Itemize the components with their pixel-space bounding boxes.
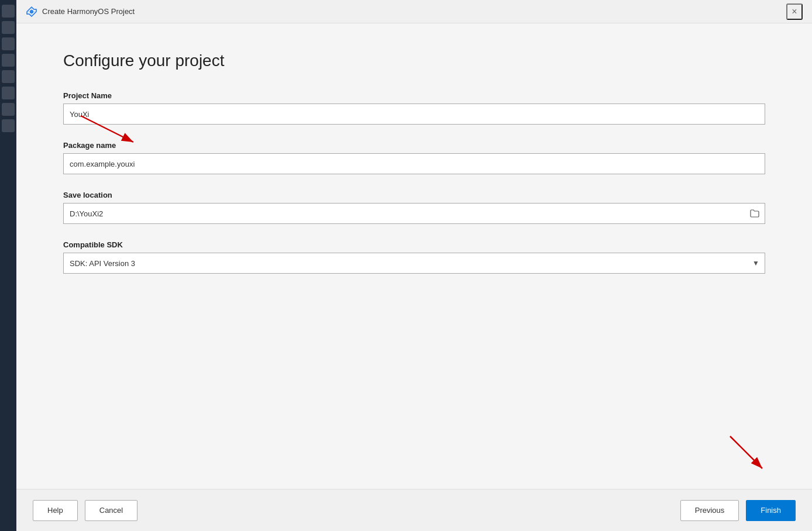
browse-folder-icon[interactable] [749, 208, 761, 219]
cancel-button[interactable]: Cancel [85, 500, 137, 521]
compatible-sdk-label: Compatible SDK [63, 240, 765, 249]
taskbar-icon-2 [2, 21, 15, 34]
dialog-content: Configure your project Project Name Pack… [16, 23, 812, 489]
project-name-input[interactable] [63, 104, 765, 125]
package-name-group: Package name [63, 141, 765, 174]
help-button[interactable]: Help [33, 500, 78, 521]
package-name-input-wrapper [63, 153, 765, 174]
compatible-sdk-select[interactable]: SDK: API Version 3 SDK: API Version 4 SD… [63, 253, 765, 274]
project-name-label: Project Name [63, 91, 765, 100]
taskbar-icon-3 [2, 37, 15, 50]
close-button[interactable]: × [786, 4, 803, 20]
save-location-input-wrapper [63, 203, 765, 224]
dialog-window: Create HarmonyOS Project × Configure you… [16, 0, 812, 531]
taskbar-icon-1 [2, 5, 15, 18]
page-title: Configure your project [63, 51, 765, 70]
taskbar-icon-7 [2, 103, 15, 116]
dialog-footer: Help Cancel Previous Finish [16, 489, 812, 531]
taskbar-icon-6 [2, 87, 15, 99]
compatible-sdk-select-wrapper: SDK: API Version 3 SDK: API Version 4 SD… [63, 253, 765, 274]
package-name-label: Package name [63, 141, 765, 150]
save-location-group: Save location [63, 191, 765, 224]
taskbar-icon-8 [2, 119, 15, 132]
footer-left-buttons: Help Cancel [33, 500, 137, 521]
save-location-input[interactable] [63, 203, 765, 224]
package-name-input[interactable] [63, 153, 765, 174]
previous-button[interactable]: Previous [680, 500, 739, 521]
title-bar: Create HarmonyOS Project × [16, 0, 812, 23]
annotation-arrow-finish [718, 430, 777, 477]
window-title: Create HarmonyOS Project [42, 7, 786, 16]
taskbar [0, 0, 16, 531]
taskbar-icon-4 [2, 54, 15, 67]
taskbar-icon-5 [2, 70, 15, 83]
finish-button[interactable]: Finish [746, 500, 796, 521]
compatible-sdk-group: Compatible SDK SDK: API Version 3 SDK: A… [63, 240, 765, 274]
project-name-group: Project Name [63, 91, 765, 125]
project-name-input-wrapper [63, 104, 765, 125]
save-location-label: Save location [63, 191, 765, 199]
footer-right-buttons: Previous Finish [680, 500, 796, 521]
harmony-logo-icon [26, 6, 37, 18]
